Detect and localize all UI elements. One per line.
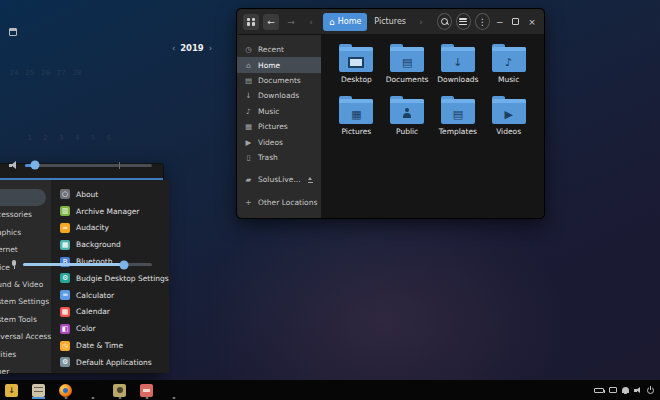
sidebar-item-downloads[interactable]: ↓Downloads bbox=[237, 88, 321, 103]
menu-item-label: Archive Manager bbox=[76, 207, 139, 216]
taskbar-firefox-icon[interactable] bbox=[58, 382, 73, 399]
battery-icon[interactable] bbox=[594, 388, 604, 393]
folder-templates[interactable]: ▤Templates bbox=[433, 96, 484, 148]
menu-category-accessories[interactable]: Accessories bbox=[0, 206, 51, 223]
power-icon[interactable] bbox=[647, 387, 654, 394]
volume-icon[interactable] bbox=[634, 387, 642, 394]
menu-category-label: System Settings bbox=[0, 297, 49, 306]
sidebar-item-videos[interactable]: ▶Videos bbox=[237, 134, 321, 149]
calendar-date-cell[interactable]: 5 bbox=[85, 132, 101, 145]
menu-category-sound-video[interactable]: Sound & Video bbox=[0, 276, 51, 293]
view-toggle-button[interactable] bbox=[456, 13, 471, 30]
menu-item-about[interactable]: ○About bbox=[51, 186, 169, 203]
open-window-indicator bbox=[64, 397, 67, 399]
menu-item-background[interactable]: ▦Background bbox=[51, 236, 169, 253]
taskbar-media-player-icon[interactable] bbox=[85, 382, 100, 399]
calendar-date-cell[interactable]: 25 bbox=[22, 67, 38, 80]
folder-music[interactable]: ♪Music bbox=[483, 44, 534, 96]
volume-slider-handle[interactable] bbox=[31, 161, 40, 170]
firefox-icon bbox=[59, 384, 72, 397]
menu-item-archive-manager[interactable]: ▥Archive Manager bbox=[51, 203, 169, 220]
menu-item-default-applications[interactable]: ⚙Default Applications bbox=[51, 354, 169, 371]
display-icon[interactable] bbox=[609, 387, 617, 393]
prev-year-icon[interactable]: ‹ bbox=[172, 44, 175, 53]
open-window-indicator bbox=[91, 397, 94, 399]
maximize-button[interactable] bbox=[510, 17, 522, 27]
calendar-date-cell[interactable]: 4 bbox=[69, 132, 85, 145]
folder-pictures[interactable]: ▦Pictures bbox=[331, 96, 382, 148]
folder-documents[interactable]: ▤Documents bbox=[382, 44, 433, 96]
sidebar-item-label: Other Locations bbox=[258, 198, 317, 207]
menu-category-system-settings[interactable]: System Settings bbox=[0, 293, 51, 310]
menu-category-internet[interactable]: Internet bbox=[0, 241, 51, 258]
picture-icon: ▦ bbox=[244, 122, 253, 131]
calendar-date-cell[interactable]: 1 bbox=[22, 132, 38, 145]
taskbar-mail-icon[interactable] bbox=[139, 382, 154, 399]
sidebar-item-soluslive-[interactable]: ▰SolusLive... bbox=[237, 172, 321, 187]
notifications-icon[interactable] bbox=[622, 387, 629, 393]
menu-item-date-time[interactable]: ◷Date & Time bbox=[51, 337, 169, 354]
menu-category-label: Other bbox=[0, 367, 9, 376]
menu-category-office[interactable]: Office bbox=[0, 259, 51, 276]
music-icon: ♪ bbox=[492, 52, 526, 72]
sidebar-item-music[interactable]: ♪Music bbox=[237, 104, 321, 119]
calendar-date-cell[interactable]: 26 bbox=[38, 67, 54, 80]
sidebar-item-home[interactable]: ⌂Home bbox=[237, 57, 321, 72]
breadcrumb-home[interactable]: ⌂ Home bbox=[323, 13, 367, 31]
folder-public[interactable]: Public bbox=[382, 96, 433, 148]
taskbar-green-app-icon[interactable] bbox=[166, 382, 181, 399]
calendar-date-cell[interactable]: 27 bbox=[53, 67, 69, 80]
grid-icon[interactable] bbox=[243, 14, 259, 30]
calendar-date-cell[interactable]: 2 bbox=[38, 132, 54, 145]
close-button[interactable]: × bbox=[526, 17, 538, 27]
search-button[interactable] bbox=[437, 13, 452, 30]
microphone-slider-handle[interactable] bbox=[119, 260, 128, 269]
folder-label: Pictures bbox=[342, 127, 372, 136]
file-manager-sidebar: ◷Recent⌂Home▤Documents↓Downloads♪Music▦P… bbox=[237, 35, 321, 218]
path-scroll-left-icon[interactable]: ‹ bbox=[303, 14, 319, 30]
microphone-slider[interactable] bbox=[23, 263, 152, 266]
sidebar-item-label: Trash bbox=[258, 153, 278, 162]
sidebar-item-trash[interactable]: ▯Trash bbox=[237, 150, 321, 165]
menu-button[interactable]: ⋮ bbox=[475, 13, 490, 30]
calendar-date-cell[interactable]: 24 bbox=[6, 67, 22, 80]
next-year-icon[interactable]: › bbox=[209, 44, 212, 53]
calendar-date-cell[interactable]: 6 bbox=[101, 132, 117, 145]
menu-category-utilities[interactable]: Utilities bbox=[0, 346, 51, 363]
trash-icon: ▯ bbox=[244, 153, 253, 162]
folder-downloads[interactable]: ↓Downloads bbox=[433, 44, 484, 96]
sidebar-item-label: Recent bbox=[258, 45, 284, 54]
menu-item-color[interactable]: ◧Color bbox=[51, 320, 169, 337]
sidebar-item-documents[interactable]: ▤Documents bbox=[237, 73, 321, 88]
sidebar-item-recent[interactable]: ◷Recent bbox=[237, 42, 321, 57]
minimize-button[interactable]: − bbox=[494, 17, 506, 27]
back-button[interactable]: ← bbox=[263, 14, 279, 30]
sidebar-item-pictures[interactable]: ▦Pictures bbox=[237, 119, 321, 134]
forward-button[interactable]: → bbox=[283, 14, 299, 30]
menu-item-calendar[interactable]: ▦Calendar bbox=[51, 304, 169, 321]
calendar-date-cell[interactable]: 28 bbox=[69, 67, 85, 80]
sidebar-item-other-locations[interactable]: +Other Locations bbox=[237, 195, 321, 210]
taskbar-files-icon[interactable] bbox=[31, 382, 46, 399]
menu-category-other[interactable]: Other bbox=[0, 363, 51, 380]
folder-desktop[interactable]: Desktop bbox=[331, 44, 382, 96]
volume-slider[interactable] bbox=[25, 164, 152, 167]
taskbar-photos-icon[interactable] bbox=[112, 382, 127, 399]
menu-item-bluetooth[interactable]: BBluetooth bbox=[51, 253, 169, 270]
menu-category-universal-access[interactable]: Universal Access bbox=[0, 328, 51, 345]
files-icon bbox=[32, 384, 45, 397]
menu-category-all[interactable]: All bbox=[0, 189, 46, 206]
menu-category-system-tools[interactable]: System Tools bbox=[0, 311, 51, 328]
menu-category-graphics[interactable]: Graphics bbox=[0, 224, 51, 241]
menu-item-calculator[interactable]: =Calculator bbox=[51, 287, 169, 304]
eject-icon[interactable] bbox=[307, 177, 314, 183]
folder-icon: ♪ bbox=[492, 47, 526, 72]
calendar-date-cell[interactable]: 3 bbox=[53, 132, 69, 145]
folder-icon: ▶ bbox=[492, 99, 526, 124]
taskbar-software-center-icon[interactable] bbox=[4, 382, 19, 399]
breadcrumb-pictures[interactable]: Pictures bbox=[371, 17, 409, 26]
path-scroll-right-icon[interactable]: › bbox=[413, 14, 429, 30]
menu-item-budgie-desktop-settings[interactable]: ⚙Budgie Desktop Settings bbox=[51, 270, 169, 287]
folder-videos[interactable]: ▶Videos bbox=[483, 96, 534, 148]
menu-item-audacity[interactable]: ≈Audacity bbox=[51, 220, 169, 237]
